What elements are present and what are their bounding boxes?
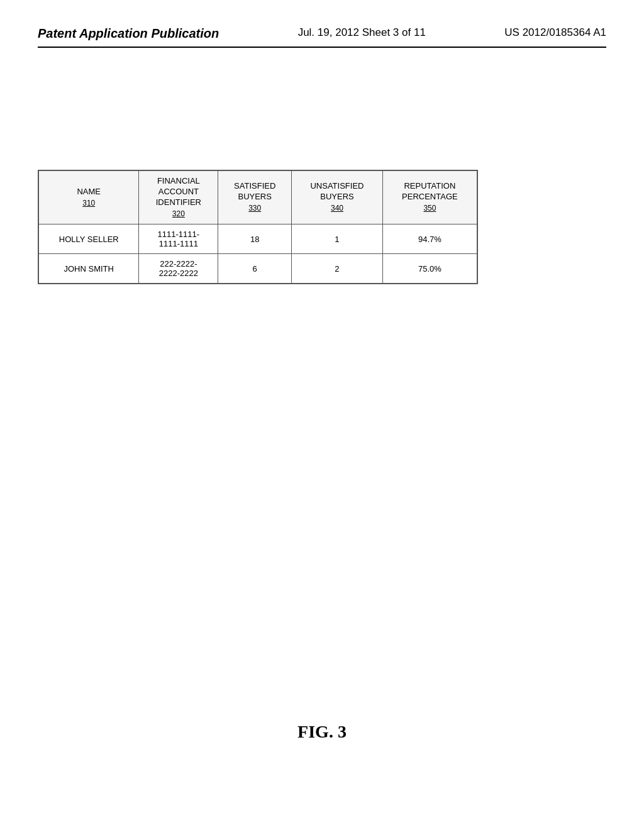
cell-account-1: 1111-1111-1111-1111 [139, 224, 218, 254]
cell-name-2: JOHN SMITH [38, 254, 139, 284]
table-row: JOHN SMITH 222-2222-2222-2222 6 2 75.0% [38, 254, 477, 284]
col-header-name: NAME 310 [38, 170, 139, 224]
publication-number: US 2012/0185364 A1 [504, 25, 606, 40]
cell-unsatisfied-1: 1 [292, 224, 383, 254]
data-table-container: NAME 310 FINANCIALACCOUNTIDENTIFIER 320 … [38, 170, 478, 284]
cell-reputation-1: 94.7% [382, 224, 477, 254]
figure-label: FIG. 3 [297, 722, 347, 742]
cell-satisfied-2: 6 [218, 254, 292, 284]
col-header-unsatisfied-buyers: UNSATISFIEDBUYERS 340 [292, 170, 383, 224]
publication-date-sheet: Jul. 19, 2012 Sheet 3 of 11 [298, 25, 426, 40]
col-ref-330: 330 [222, 204, 287, 214]
cell-satisfied-1: 18 [218, 224, 292, 254]
cell-account-2: 222-2222-2222-2222 [139, 254, 218, 284]
col-ref-350: 350 [387, 204, 473, 214]
table-row: HOLLY SELLER 1111-1111-1111-1111 18 1 94… [38, 224, 477, 254]
col-header-satisfied-buyers: SATISFIEDBUYERS 330 [218, 170, 292, 224]
page-header: Patent Application Publication Jul. 19, … [38, 25, 606, 48]
col-header-reputation-percentage: REPUTATIONPERCENTAGE 350 [382, 170, 477, 224]
cell-reputation-2: 75.0% [382, 254, 477, 284]
page-container: Patent Application Publication Jul. 19, … [0, 0, 644, 830]
seller-data-table: NAME 310 FINANCIALACCOUNTIDENTIFIER 320 … [38, 170, 478, 284]
table-header-row: NAME 310 FINANCIALACCOUNTIDENTIFIER 320 … [38, 170, 477, 224]
col-ref-320: 320 [143, 209, 214, 219]
col-ref-340: 340 [296, 204, 379, 214]
col-header-financial-account: FINANCIALACCOUNTIDENTIFIER 320 [139, 170, 218, 224]
publication-type: Patent Application Publication [38, 25, 219, 42]
col-ref-310: 310 [43, 199, 135, 209]
cell-unsatisfied-2: 2 [292, 254, 383, 284]
cell-name-1: HOLLY SELLER [38, 224, 139, 254]
